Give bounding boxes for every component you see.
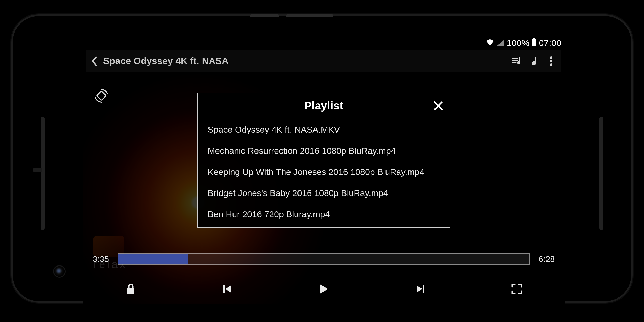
seek-fill [118, 254, 188, 264]
battery-percent: 100% [506, 38, 529, 48]
svg-point-6 [550, 60, 552, 62]
previous-button[interactable] [219, 281, 236, 297]
proximity-sensor [33, 168, 42, 172]
front-camera [54, 266, 65, 277]
wifi-icon [486, 39, 494, 46]
back-button[interactable] [90, 57, 99, 65]
time-elapsed: 3:35 [90, 254, 112, 264]
svg-rect-9 [127, 288, 134, 294]
audio-track-icon[interactable] [528, 55, 540, 67]
fullscreen-button[interactable] [509, 281, 525, 297]
cellular-icon [497, 39, 504, 46]
dialog-title: Playlist [198, 100, 450, 112]
video-title: Space Odyssey 4K ft. NASA [103, 56, 229, 67]
screen: 100% 07:00 Space Odyssey 4K ft. NASA [83, 37, 565, 304]
playlist-list[interactable]: Space Odyssey 4K ft. NASA.MKVMechanic Re… [198, 118, 450, 227]
svg-point-3 [517, 61, 520, 64]
close-icon[interactable] [432, 99, 445, 112]
hardware-button [286, 14, 333, 17]
playlist-dialog: Playlist Space Odyssey 4K ft. NASA.MKVMe… [197, 93, 450, 228]
phone-frame: 100% 07:00 Space Odyssey 4K ft. NASA [13, 16, 631, 301]
svg-marker-12 [320, 284, 328, 294]
svg-point-5 [550, 56, 552, 59]
playlist-item[interactable]: Ben Hur 2016 720p Bluray.mp4 [198, 204, 450, 225]
speaker-grille [41, 117, 45, 230]
statusbar: 100% 07:00 [83, 37, 565, 49]
svg-point-7 [550, 63, 552, 66]
playlist-item[interactable]: Bridget Jones's Baby 2016 1080p BluRay.m… [198, 183, 450, 204]
play-button[interactable] [316, 281, 332, 297]
hardware-button [250, 14, 279, 17]
svg-marker-11 [225, 285, 231, 293]
svg-point-4 [532, 61, 536, 65]
player-controls [83, 279, 565, 299]
progress-bar-area: 3:35 6:28 [90, 252, 558, 266]
svg-rect-14 [423, 285, 424, 293]
rotate-screen-icon[interactable] [93, 87, 110, 104]
playlist-item[interactable]: Mechanic Resurrection 2016 1080p BluRay.… [198, 140, 450, 162]
next-button[interactable] [412, 281, 429, 297]
svg-rect-8 [97, 91, 106, 101]
svg-rect-10 [223, 285, 225, 293]
playlist-item[interactable]: Space Odyssey 4K ft. NASA.MKV [198, 119, 450, 140]
time-total: 6:28 [536, 254, 558, 264]
clock: 07:00 [539, 38, 561, 48]
playlist-item[interactable]: Keeping Up With The Joneses 2016 1080p B… [198, 162, 450, 183]
seek-bar[interactable] [118, 253, 530, 265]
player-topbar: Space Odyssey 4K ft. NASA [86, 50, 561, 72]
playlist-music-icon[interactable] [511, 55, 523, 67]
lock-button[interactable] [123, 281, 139, 297]
speaker-grille [599, 117, 603, 230]
svg-marker-13 [417, 285, 422, 293]
dialog-header: Playlist [198, 93, 450, 118]
more-menu-icon[interactable] [545, 55, 557, 67]
battery-icon [532, 39, 536, 46]
